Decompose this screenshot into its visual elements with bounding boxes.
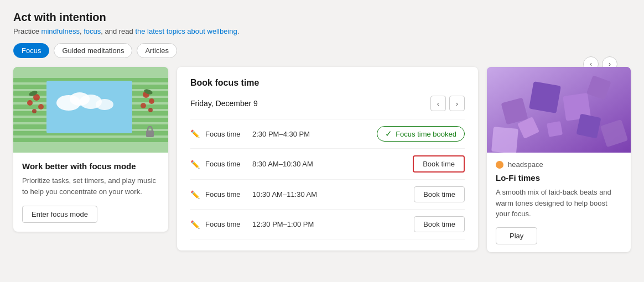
lofi-card-body: headspace Lo-Fi times A smooth mix of la… [487,153,631,252]
svg-point-17 [27,100,33,106]
slot-time-4: 12:30 PM–1:00 PM [252,220,414,228]
slot-label-2: Focus time [205,160,252,168]
svg-rect-29 [529,81,561,113]
pencil-icon-1: ✏️ [190,129,200,138]
svg-rect-34 [547,121,563,137]
lofi-times-card: 2 HRS [487,67,631,252]
slot-label-1: Focus time [205,130,252,138]
prev-date-button[interactable]: ‹ [430,96,446,111]
lofi-title: Lo-Fi times [496,173,622,182]
headspace-icon [496,161,503,169]
time-slot-2: ✏️ Focus time 8:30 AM–10:30 AM Book time [190,148,465,179]
svg-point-21 [149,98,154,104]
headspace-brand-row: headspace [496,160,622,169]
focus-mode-image [13,67,168,153]
tab-articles[interactable]: Articles [137,43,177,58]
cards-container: Work better with focus mode Prioritize t… [13,67,631,252]
time-slot-1: ✏️ Focus time 2:30 PM–4:30 PM ✓ Focus ti… [190,119,465,148]
play-button[interactable]: Play [496,227,537,244]
slot-label-3: Focus time [205,190,252,199]
svg-rect-35 [491,127,518,153]
focus-mode-title: Work better with focus mode [22,161,159,171]
svg-rect-26 [146,130,154,137]
focus-mode-description: Prioritize tasks, set timers, and play m… [22,175,159,197]
svg-point-23 [148,108,153,112]
check-circle-icon: ✓ [385,129,392,139]
svg-rect-10 [13,138,168,142]
slot-time-2: 8:30 AM–10:30 AM [252,160,413,168]
headspace-label: headspace [508,160,543,169]
page-subtitle: Practice mindfulness, focus, and read th… [13,27,631,35]
enter-focus-button[interactable]: Enter focus mode [22,206,97,223]
lofi-image: 2 HRS [487,67,631,153]
page-title: Act with intention [13,11,631,24]
book-time-button-3[interactable]: Book time [414,216,465,232]
slot-label-4: Focus time [205,220,252,228]
book-focus-time-heading: Book focus time [190,78,465,88]
time-slot-4: ✏️ Focus time 12:30 PM–1:00 PM Book time [190,209,465,239]
svg-rect-33 [576,113,601,138]
slot-time-3: 10:30 AM–11:30 AM [252,190,414,199]
mindfulness-link[interactable]: mindfulness [41,27,80,35]
current-date: Friday, December 9 [190,99,258,108]
focus-mode-body: Work better with focus mode Prioritize t… [13,153,168,232]
lofi-description: A smooth mix of laid-back beats and warm… [496,187,622,220]
focus-mode-card: Work better with focus mode Prioritize t… [13,67,168,232]
tab-bar: Focus Guided meditations Articles [13,43,631,58]
tab-guided-meditations[interactable]: Guided meditations [54,43,132,58]
date-row: Friday, December 9 ‹ › [190,96,465,111]
book-time-button-1[interactable]: Book time [413,155,465,173]
svg-point-22 [141,103,146,108]
svg-point-18 [38,104,44,109]
date-navigation: ‹ › [430,96,465,111]
booked-label: Focus time booked [396,130,456,138]
next-date-button[interactable]: › [449,96,465,111]
tab-focus[interactable]: Focus [13,43,49,58]
focus-link[interactable]: focus [84,27,101,35]
book-time-button-2[interactable]: Book time [414,186,465,202]
pencil-icon-2: ✏️ [190,160,200,169]
pencil-icon-3: ✏️ [190,190,200,199]
focus-time-booked-badge: ✓ Focus time booked [377,126,465,142]
book-focus-time-card: Book focus time Friday, December 9 ‹ › ✏… [177,67,478,250]
time-slot-3: ✏️ Focus time 10:30 AM–11:30 AM Book tim… [190,179,465,209]
topics-link[interactable]: the latest topics about wellbeing [135,27,237,35]
svg-point-19 [32,109,37,113]
slot-time-1: 2:30 PM–4:30 PM [252,130,377,138]
pencil-icon-4: ✏️ [190,220,200,229]
svg-point-15 [96,99,113,110]
